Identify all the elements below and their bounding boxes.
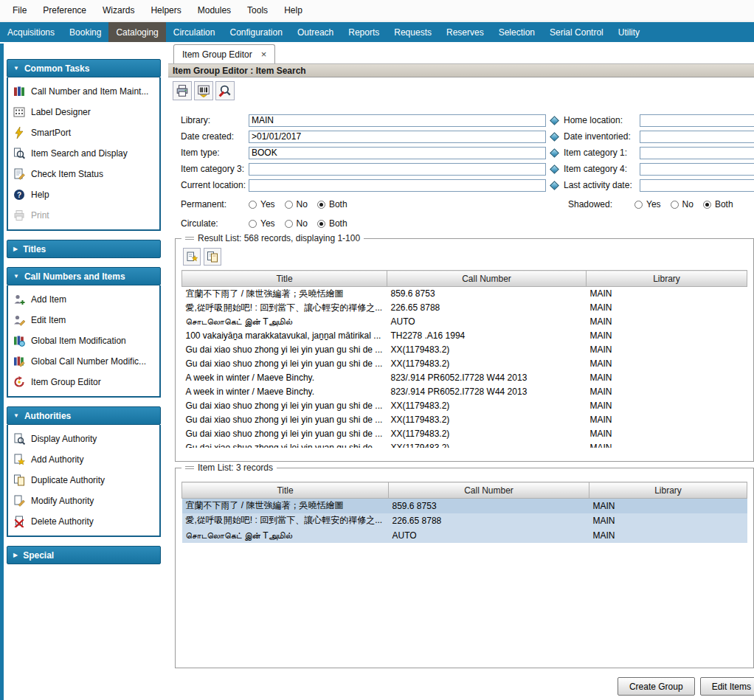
permanent-radio-no[interactable]: No xyxy=(285,199,308,209)
module-tab[interactable]: Selection xyxy=(491,22,542,42)
menu-item[interactable]: Helpers xyxy=(142,1,189,19)
sidebar-item[interactable]: Global Call Number Modific... xyxy=(8,351,159,372)
module-tab[interactable]: Requests xyxy=(387,22,439,42)
sidebar-item[interactable]: Modify Authority xyxy=(8,491,159,511)
field-input[interactable] xyxy=(640,131,754,143)
sidebar-item[interactable]: Item Group Editor xyxy=(8,372,159,392)
column-header-library[interactable]: Library xyxy=(587,271,747,287)
sidebar-item[interactable]: Call Number and Item Maint... xyxy=(8,81,159,102)
gadget-diamond-icon[interactable] xyxy=(550,164,559,174)
sidebar-item[interactable]: Edit Item xyxy=(8,310,159,330)
circulate-radio-no[interactable]: No xyxy=(285,218,308,229)
sidebar-item[interactable]: Duplicate Authority xyxy=(8,470,159,491)
module-tab[interactable]: Serial Control xyxy=(542,22,611,42)
gadget-diamond-icon[interactable] xyxy=(550,132,559,142)
result-row[interactable]: Gu dai xiao shuo zhong yi lei yin yuan g… xyxy=(182,413,747,427)
result-row[interactable]: Gu dai xiao shuo zhong yi lei yin yuan g… xyxy=(182,399,747,413)
menu-item[interactable]: Modules xyxy=(190,1,239,19)
field-input[interactable] xyxy=(640,179,754,192)
field-input[interactable] xyxy=(249,131,546,143)
close-icon[interactable]: × xyxy=(261,49,267,59)
field-input[interactable] xyxy=(249,147,546,159)
module-tab[interactable]: Acquisitions xyxy=(0,22,62,42)
shadowed-radio-yes[interactable]: Yes xyxy=(634,199,661,209)
sidebar-item[interactable]: ? Help xyxy=(8,184,159,205)
module-tab[interactable]: Utility xyxy=(611,22,647,42)
result-row[interactable]: A week in winter / Maeve Binchy. 823/.91… xyxy=(182,385,747,399)
add-to-item-list-icon[interactable] xyxy=(183,248,201,266)
field-input[interactable] xyxy=(249,163,546,176)
column-header-call-number[interactable]: Call Number xyxy=(389,482,589,499)
sidebar-item[interactable]: Label Designer xyxy=(8,102,159,122)
print-tool-icon[interactable] xyxy=(173,81,192,100)
menu-item[interactable]: Wizards xyxy=(94,1,142,19)
module-tab[interactable]: Circulation xyxy=(166,22,223,42)
item-row[interactable]: 宜蘭不下雨了 / 陳世強編著；吳曉恬繪圖 859.6 8753 MAIN xyxy=(182,499,747,513)
column-header-title[interactable]: Title xyxy=(182,482,389,499)
result-row[interactable]: Gu dai xiao shuo zhong yi lei yin yuan g… xyxy=(182,441,747,448)
tab-item-group-editor[interactable]: Item Group Editor × xyxy=(173,44,275,63)
section-title: Titles xyxy=(23,244,46,254)
module-tab[interactable]: Booking xyxy=(62,22,108,42)
create-group-button[interactable]: Create Group xyxy=(618,677,695,696)
module-tab[interactable]: Cataloging xyxy=(108,22,165,42)
section-header-common-tasks[interactable]: Common Tasks xyxy=(7,59,161,77)
field-label: Date inventoried: xyxy=(564,131,640,142)
column-header-title[interactable]: Title xyxy=(182,271,387,287)
column-header-call-number[interactable]: Call Number xyxy=(387,271,587,287)
sidebar-item[interactable]: Item Search and Display xyxy=(8,143,159,164)
column-header-library[interactable]: Library xyxy=(589,482,747,499)
menu-item[interactable]: Preference xyxy=(35,1,94,19)
module-tab[interactable]: Reports xyxy=(341,22,387,42)
menu-item[interactable]: Help xyxy=(276,1,311,19)
result-row[interactable]: 宜蘭不下雨了 / 陳世強編著；吳曉恬繪圖 859.6 8753 MAIN xyxy=(182,287,747,301)
field-input[interactable] xyxy=(249,114,546,127)
item-row[interactable]: சொடலொகெட் இன் Tஅமில் AUTO MAIN xyxy=(182,528,747,543)
sidebar-item[interactable]: Print xyxy=(8,205,159,226)
circulate-radio-yes[interactable]: Yes xyxy=(249,218,275,229)
permanent-radio-both[interactable]: Both xyxy=(317,199,347,209)
result-row[interactable]: Gu dai xiao shuo zhong yi lei yin yuan g… xyxy=(182,357,747,371)
field-input[interactable] xyxy=(640,163,754,176)
field-input[interactable] xyxy=(249,179,546,192)
sidebar-item[interactable]: SmartPort xyxy=(8,122,159,143)
permanent-radio-yes[interactable]: Yes xyxy=(249,199,275,209)
result-row[interactable]: Gu dai xiao shuo zhong yi lei yin yuan g… xyxy=(182,427,747,441)
gadget-diamond-icon[interactable] xyxy=(550,148,559,158)
result-row[interactable]: சொடலொகெட் இன் Tஅமில் AUTO MAIN xyxy=(182,315,747,329)
result-table-scroll[interactable]: Title Call Number Library 宜蘭不下雨了 / 陳世強編著… xyxy=(181,270,747,448)
module-tab[interactable]: Outreach xyxy=(290,22,341,42)
menu-item[interactable]: Tools xyxy=(239,1,276,19)
result-row[interactable]: 愛,從呼吸開始吧! : 回到當下、讓心輕安的禪修之... 226.65 8788… xyxy=(182,301,747,315)
module-tab[interactable]: Reserves xyxy=(439,22,491,42)
sidebar-item[interactable]: Display Authority xyxy=(8,429,159,449)
item-table-scroll[interactable]: Title Call Number Library 宜蘭不下雨了 / 陳世強編著… xyxy=(181,482,747,543)
sidebar-item[interactable]: Add Authority xyxy=(8,449,159,470)
field-input[interactable] xyxy=(640,114,754,127)
result-row[interactable]: A week in winter / Maeve Binchy. 823/.91… xyxy=(182,371,747,385)
sidebar-item[interactable]: Delete Authority xyxy=(8,511,159,532)
edit-items-button[interactable]: Edit Items xyxy=(700,677,754,696)
sidebar-item[interactable]: Global Item Modification xyxy=(8,330,159,351)
section-header-titles[interactable]: Titles xyxy=(7,240,161,258)
shadowed-radio-both[interactable]: Both xyxy=(703,199,733,209)
section-header-call-numbers-and-items[interactable]: Call Numbers and Items xyxy=(7,267,161,285)
item-row[interactable]: 愛,從呼吸開始吧! : 回到當下、讓心輕安的禪修之... 226.65 8788… xyxy=(182,513,747,528)
shadowed-radio-no[interactable]: No xyxy=(671,199,694,209)
print-labels-icon[interactable] xyxy=(194,81,213,100)
gadget-diamond-icon[interactable] xyxy=(550,181,559,190)
result-row[interactable]: Gu dai xiao shuo zhong yi lei yin yuan g… xyxy=(182,343,747,357)
sidebar-section-special: Special xyxy=(7,546,161,564)
sidebar-item[interactable]: Check Item Status xyxy=(8,164,159,184)
module-tab[interactable]: Configuration xyxy=(222,22,289,42)
section-header-special[interactable]: Special xyxy=(7,546,161,564)
gadget-diamond-icon[interactable] xyxy=(550,116,559,125)
result-row[interactable]: 100 vakaiyāṉa marakkatavukal, jaṉṉal māt… xyxy=(182,329,747,343)
search-helper-icon[interactable] xyxy=(215,81,235,100)
menu-item[interactable]: File xyxy=(4,1,35,19)
field-input[interactable] xyxy=(640,147,754,159)
circulate-radio-both[interactable]: Both xyxy=(317,218,347,229)
sidebar-item[interactable]: Add Item xyxy=(8,289,159,310)
add-all-to-item-list-icon[interactable] xyxy=(204,248,221,266)
section-header-authorities[interactable]: Authorities xyxy=(7,406,161,425)
